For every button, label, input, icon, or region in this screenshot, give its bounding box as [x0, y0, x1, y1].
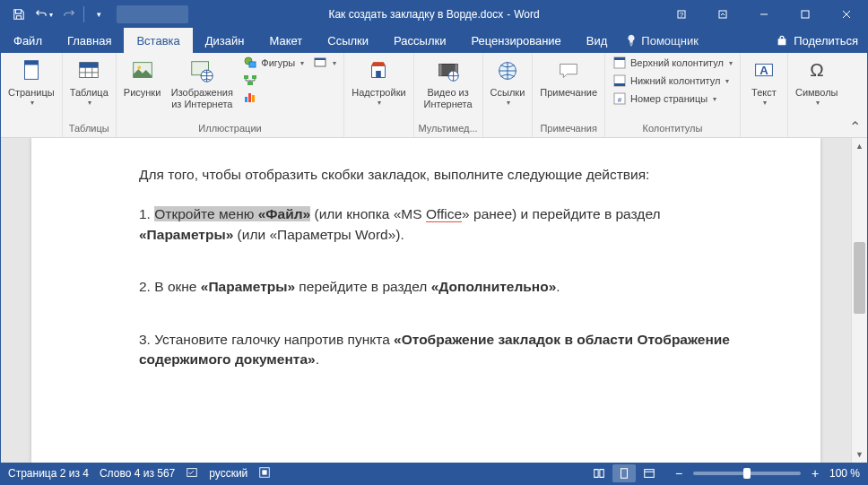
language-indicator[interactable]: русский — [209, 467, 247, 480]
qat-customize-icon[interactable]: ▾ — [88, 4, 109, 25]
para-step2: 2. В окне «Параметры» перейдите в раздел… — [139, 277, 731, 297]
account-placeholder[interactable] — [117, 5, 188, 23]
table-button[interactable]: Таблица▾ — [66, 55, 112, 108]
symbols-button[interactable]: Ω Символы▾ — [792, 55, 842, 108]
tab-design[interactable]: Дизайн — [193, 28, 257, 53]
pagenum-button[interactable]: #Номер страницы▾ — [609, 91, 736, 107]
video-icon — [434, 56, 463, 85]
zoom-in-button[interactable]: + — [808, 466, 822, 481]
page-indicator[interactable]: Страница 2 из 4 — [8, 467, 89, 480]
online-picture-icon — [187, 56, 216, 85]
print-layout-button[interactable] — [612, 464, 636, 482]
tab-file[interactable]: Файл — [1, 28, 55, 53]
smartart-button[interactable] — [239, 72, 308, 88]
svg-rect-20 — [249, 62, 256, 67]
scroll-track[interactable] — [852, 154, 867, 446]
scroll-down-icon[interactable]: ▼ — [852, 446, 867, 463]
undo-icon[interactable]: ▾ — [33, 4, 55, 25]
minimize-button[interactable] — [743, 1, 785, 28]
comment-button[interactable]: Примечание — [536, 55, 601, 100]
svg-text:?: ? — [680, 11, 684, 19]
titlebar: ▾ ▾ Как создать закладку в Ворде.docx - … — [1, 1, 867, 28]
pagenum-icon: # — [612, 91, 627, 106]
tab-references[interactable]: Ссылки — [315, 28, 381, 53]
svg-rect-28 — [315, 58, 326, 60]
table-icon — [74, 56, 103, 85]
addins-button[interactable]: Надстройки▾ — [348, 55, 409, 108]
share-icon — [776, 34, 788, 47]
comment-icon — [554, 56, 583, 85]
zoom-control: − + 100 % — [672, 466, 860, 481]
redo-icon[interactable] — [58, 4, 80, 25]
app-title: Word — [514, 8, 539, 21]
svg-rect-23 — [247, 82, 253, 85]
links-button[interactable]: Ссылки▾ — [487, 55, 529, 108]
svg-rect-24 — [245, 97, 247, 102]
group-illustrations: Рисунки Изображения из Интернета Фигуры▾… — [117, 53, 344, 137]
scroll-thumb[interactable] — [854, 242, 865, 314]
svg-rect-47 — [621, 469, 627, 479]
close-button[interactable] — [826, 1, 867, 28]
online-video-button[interactable]: Видео из Интернета — [418, 55, 479, 111]
vertical-scrollbar[interactable]: ▲ ▼ — [851, 138, 867, 463]
read-mode-button[interactable] — [587, 464, 611, 482]
svg-rect-31 — [438, 65, 441, 76]
document-page[interactable]: Для того, чтобы отобразить скобки заклад… — [31, 138, 820, 463]
help-button[interactable]: ? — [661, 1, 702, 28]
svg-rect-38 — [614, 83, 625, 86]
group-links: Ссылки▾ — [483, 53, 534, 137]
page-icon — [17, 56, 46, 85]
svg-rect-25 — [248, 93, 251, 102]
footer-button[interactable]: Нижний колонтитул▾ — [609, 73, 736, 89]
tell-me[interactable]: Помощник — [625, 34, 699, 48]
group-pages: Страницы▾ — [1, 53, 63, 137]
proofing-icon[interactable] — [186, 466, 198, 481]
chart-button[interactable] — [239, 89, 308, 105]
tab-mailings[interactable]: Рассылки — [381, 28, 458, 53]
window-controls: ? — [661, 1, 867, 28]
zoom-value[interactable]: 100 % — [829, 467, 860, 480]
save-icon[interactable] — [8, 4, 30, 25]
header-icon — [612, 56, 627, 70]
shapes-button[interactable]: Фигуры▾ — [239, 55, 308, 71]
statusbar: Страница 2 из 4 Слово 4 из 567 русский −… — [1, 463, 867, 484]
svg-rect-29 — [377, 71, 382, 78]
online-pictures-button[interactable]: Изображения из Интернета — [166, 55, 238, 111]
tab-insert[interactable]: Вставка — [124, 28, 192, 53]
word-window: ▾ ▾ Как создать закладку в Ворде.docx - … — [0, 0, 868, 485]
tab-home[interactable]: Главная — [55, 28, 124, 53]
text-button[interactable]: A Текст▾ — [744, 55, 784, 108]
web-layout-button[interactable] — [638, 464, 661, 482]
collapse-ribbon-icon[interactable]: ⌃ — [847, 119, 862, 134]
pages-button[interactable]: Страницы▾ — [4, 55, 58, 108]
header-button[interactable]: Верхний колонтитул▾ — [609, 55, 736, 71]
svg-rect-48 — [645, 470, 655, 478]
selection: Откройте меню «Файл» — [154, 206, 310, 221]
ribbon-display-button[interactable] — [702, 1, 743, 28]
screenshot-button[interactable]: ▾ — [309, 55, 340, 71]
tab-review[interactable]: Рецензирование — [458, 28, 573, 53]
pictures-button[interactable]: Рисунки — [120, 55, 165, 100]
tab-view[interactable]: Вид — [574, 28, 621, 53]
svg-rect-21 — [244, 75, 248, 79]
zoom-out-button[interactable]: − — [672, 466, 686, 481]
svg-text:Ω: Ω — [810, 59, 823, 80]
svg-rect-46 — [263, 470, 267, 474]
zoom-slider[interactable] — [693, 472, 801, 475]
group-addins: Надстройки▾ — [344, 53, 413, 137]
svg-rect-22 — [252, 75, 256, 79]
document-area: Для того, чтобы отобразить скобки заклад… — [1, 138, 867, 463]
group-comments: Примечание Примечания — [533, 53, 605, 137]
store-icon — [364, 56, 393, 85]
svg-rect-4 — [802, 11, 809, 18]
share-button[interactable]: Поделиться — [776, 34, 858, 48]
picture-icon — [128, 56, 157, 85]
word-count[interactable]: Слово 4 из 567 — [100, 467, 175, 480]
maximize-button[interactable] — [785, 1, 826, 28]
tab-layout[interactable]: Макет — [256, 28, 315, 53]
macro-icon[interactable] — [258, 466, 271, 481]
shapes-icon — [243, 56, 257, 70]
scroll-up-icon[interactable]: ▲ — [852, 138, 867, 154]
group-symbols: Ω Символы▾ — [788, 53, 846, 137]
zoom-thumb[interactable] — [743, 468, 751, 479]
